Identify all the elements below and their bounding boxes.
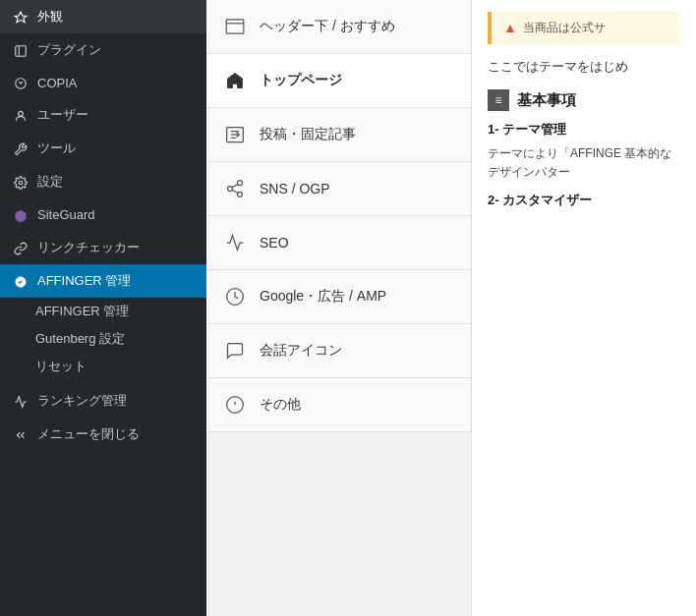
- menu-item-other[interactable]: その他: [206, 378, 471, 432]
- svg-line-16: [232, 184, 238, 187]
- content-notice: ▲ 当商品は公式サ: [488, 12, 680, 44]
- sidebar-item-copia[interactable]: COPIA: [0, 67, 206, 98]
- content-panel: ▲ 当商品は公式サ ここではテーマをはじめ ≡ 基本事項 1- テーマ管理 テー…: [472, 0, 696, 616]
- sidebar-item-ranking[interactable]: ランキング管理: [0, 384, 206, 418]
- svg-point-4: [19, 182, 23, 186]
- svg-point-12: [238, 181, 243, 186]
- menu-item-sns[interactable]: SNS / OGP: [206, 162, 471, 216]
- sidebar-sub-item-reset[interactable]: リセット: [0, 353, 206, 380]
- sidebar-sub-item-gutenberg[interactable]: Gutenberg 設定: [0, 325, 206, 353]
- sidebar-item-label: ツール: [37, 140, 76, 157]
- menu-item-header[interactable]: ヘッダー下 / おすすめ: [206, 0, 471, 54]
- tool-icon: [12, 140, 29, 156]
- menu-item-label: 投稿・固定記事: [260, 126, 356, 143]
- plugin-icon: [12, 42, 29, 58]
- menu-item-label: その他: [260, 396, 301, 414]
- heading-icon: ≡: [488, 89, 509, 111]
- svg-rect-6: [226, 20, 244, 33]
- sidebar-item-tools[interactable]: ツール: [0, 132, 206, 165]
- section2-title: 2- カスタマイザー: [488, 192, 680, 209]
- sidebar-item-plugins[interactable]: プラグイン: [0, 33, 206, 67]
- post-icon: [222, 122, 248, 147]
- menu-item-label: SNS / OGP: [260, 181, 330, 196]
- content-heading: ≡ 基本事項: [488, 89, 680, 111]
- sidebar-item-label: リンクチェッカー: [37, 239, 140, 256]
- other-icon: [222, 392, 248, 418]
- home-icon: [222, 68, 248, 93]
- sidebar-item-label: ランキング管理: [37, 392, 127, 410]
- ranking-icon: [12, 392, 29, 408]
- section1-title: 1- テーマ管理: [488, 121, 680, 139]
- sidebar-item-affinger[interactable]: AFFINGER 管理: [0, 264, 206, 298]
- menu-panel: ヘッダー下 / おすすめ トップページ 投稿・固定記事 SNS / OGP SE…: [206, 0, 472, 616]
- svg-point-13: [228, 187, 233, 192]
- chat-icon: [222, 338, 248, 364]
- seo-icon: [222, 230, 248, 255]
- notice-text: 当商品は公式サ: [523, 20, 606, 36]
- sidebar: 外観 プラグイン COPIA ユーザー ツール 設定 SiteG: [0, 0, 206, 616]
- content-intro: ここではテーマをはじめ: [488, 56, 680, 78]
- close-menu-icon: [12, 425, 29, 441]
- menu-item-label: Google・広告 / AMP: [260, 288, 386, 306]
- sidebar-item-close-menu[interactable]: メニューを閉じる: [0, 418, 206, 451]
- svg-point-14: [238, 192, 243, 196]
- warning-icon: ▲: [503, 20, 517, 35]
- svg-rect-0: [16, 46, 27, 57]
- sidebar-item-label: COPIA: [37, 76, 77, 90]
- sidebar-sub-item-affinger-manage[interactable]: AFFINGER 管理: [0, 298, 206, 325]
- sns-icon: [222, 176, 248, 201]
- copia-icon: [12, 75, 29, 90]
- google-icon: [222, 284, 248, 309]
- menu-item-label: トップページ: [260, 72, 342, 89]
- menu-item-label: ヘッダー下 / おすすめ: [260, 18, 395, 35]
- menu-item-label: 会話アイコン: [260, 342, 342, 360]
- linkchecker-icon: [12, 239, 29, 254]
- sidebar-item-label: 外観: [37, 8, 63, 26]
- user-icon: [12, 107, 29, 123]
- affinger-icon: [12, 272, 29, 288]
- sidebar-item-appearance[interactable]: 外観: [0, 0, 206, 33]
- svg-point-3: [19, 112, 24, 117]
- sidebar-item-label: メニューを閉じる: [37, 425, 140, 443]
- menu-item-label: SEO: [260, 235, 289, 251]
- menu-item-top[interactable]: トップページ: [206, 54, 471, 108]
- sidebar-item-label: プラグイン: [37, 41, 101, 59]
- paint-icon: [12, 9, 29, 25]
- sidebar-item-users[interactable]: ユーザー: [0, 98, 206, 132]
- settings-icon: [12, 174, 29, 190]
- sidebar-item-label: ユーザー: [37, 106, 88, 124]
- sidebar-item-label: AFFINGER 管理: [37, 272, 131, 290]
- header-icon: [222, 14, 248, 39]
- siteguard-icon: [12, 206, 29, 222]
- sidebar-item-label: SiteGuard: [37, 207, 95, 222]
- section1-text: テーマにより「AFFINGE 基本的なデザインパター: [488, 144, 680, 182]
- menu-item-chat[interactable]: 会話アイコン: [206, 324, 471, 378]
- sidebar-item-label: 設定: [37, 173, 63, 191]
- heading-label: 基本事項: [517, 91, 576, 110]
- sidebar-item-linkchecker[interactable]: リンクチェッカー: [0, 231, 206, 264]
- sidebar-item-siteguard[interactable]: SiteGuard: [0, 198, 206, 230]
- menu-item-seo[interactable]: SEO: [206, 216, 471, 270]
- svg-line-15: [232, 190, 238, 193]
- menu-item-posts[interactable]: 投稿・固定記事: [206, 108, 471, 162]
- sidebar-item-settings[interactable]: 設定: [0, 165, 206, 198]
- menu-item-google-ads[interactable]: Google・広告 / AMP: [206, 270, 471, 324]
